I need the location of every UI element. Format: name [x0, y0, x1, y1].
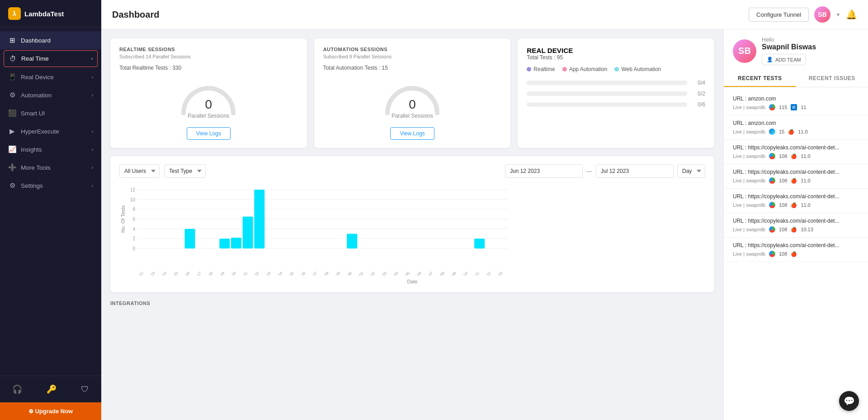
test-url: URL : https://copyleaks.com/ai-content-d… [733, 193, 859, 200]
integrations-title: INTEGRATIONS [110, 301, 714, 306]
hello-text: Hello [762, 37, 859, 43]
automation-icon: ⚙ [8, 91, 16, 99]
os-version: 11.0 [798, 129, 807, 134]
realtime-sessions-card: REALTIME SESSIONS Subscribed 14 Parallel… [110, 38, 307, 148]
legend-app-automation: App Automation [562, 66, 608, 72]
x-tick: Jun 17 [191, 271, 202, 276]
bar [243, 217, 253, 248]
dropdown-arrow[interactable]: ▼ [836, 12, 840, 17]
day-select[interactable]: Day [677, 164, 705, 178]
sidebar-item-dashboard[interactable]: ⊞ Dashboard [0, 31, 101, 49]
x-tick: Jul 07 [423, 271, 434, 276]
sidebar-item-settings[interactable]: ⚙ Settings › [0, 177, 101, 195]
date-from-input[interactable] [505, 164, 583, 178]
test-type: Live | swapnilb [733, 251, 765, 257]
automation-total-label: Total Automation Tests : [323, 65, 381, 71]
test-type: Live | swapnilb [733, 153, 765, 159]
legend-dot-app-automation [562, 67, 567, 72]
realdevice-icon: 📱 [8, 73, 16, 81]
key-icon[interactable]: 🔑 [43, 381, 60, 398]
x-tick: Jun 30 [341, 271, 353, 276]
test-item[interactable]: URL : https://copyleaks.com/ai-content-d… [724, 238, 868, 262]
recent-tests-list: URL : amzon.com Live | swapnilb 115 ⊞ 11… [724, 87, 868, 420]
edge-icon [769, 129, 775, 135]
test-item[interactable]: URL : https://copyleaks.com/ai-content-d… [724, 189, 868, 213]
shield-icon[interactable]: 🛡 [77, 381, 93, 398]
automation-view-logs-button[interactable]: View Logs [390, 127, 434, 140]
test-url: URL : amzon.com [733, 120, 859, 126]
upgrade-button[interactable]: ⊕ Upgrade Now [0, 402, 101, 420]
test-type-select[interactable]: Test Type [164, 164, 206, 178]
main-content: REALTIME SESSIONS Subscribed 14 Parallel… [101, 29, 723, 420]
bar-chart: 024681012No. Of TestsJun 12Jun 13Jun 14J… [119, 185, 705, 277]
chat-button[interactable]: 💬 [839, 391, 859, 411]
y-tick: 8 [132, 207, 135, 212]
content-area: REALTIME SESSIONS Subscribed 14 Parallel… [101, 29, 868, 420]
realtime-view-logs-button[interactable]: View Logs [187, 127, 231, 140]
upgrade-label: ⊕ Upgrade Now [28, 408, 73, 415]
sidebar-item-moretools[interactable]: ➕ More Tools › [0, 158, 101, 177]
os-version: 11.0 [801, 178, 810, 183]
x-tick: Jul 03 [377, 271, 387, 276]
browser-version: 108 [779, 202, 787, 208]
bar [474, 239, 485, 248]
right-panel: SB Hello Swapnil Biswas 👤 ADD TEAM RECEN… [723, 29, 868, 420]
sidebar-item-insights[interactable]: 📈 Insights › [0, 140, 101, 158]
sidebar-label-settings: Settings [21, 182, 43, 189]
arrow-icon: › [91, 56, 93, 61]
x-tick: Jun 20 [226, 271, 237, 276]
all-users-select[interactable]: All Users [119, 164, 160, 178]
tab-recent-tests[interactable]: RECENT TESTS [724, 71, 796, 87]
apple-icon: 🍎 [788, 129, 794, 135]
integrations-section: INTEGRATIONS [110, 301, 714, 306]
arrow-icon: › [92, 147, 93, 152]
sidebar-item-hyperexecute[interactable]: ▶ HyperExecute › [0, 122, 101, 140]
logo-icon: λ [8, 7, 21, 20]
sidebar-item-realdevice[interactable]: 📱 Real Device › [0, 68, 101, 86]
x-tick: Jul 13 [493, 271, 503, 276]
x-tick: Jul 09 [447, 271, 457, 276]
sidebar-item-automation[interactable]: ⚙ Automation › [0, 86, 101, 104]
progress-label-web: 0/6 [692, 101, 705, 108]
x-tick: Jul 11 [470, 271, 480, 276]
sidebar-item-realtime[interactable]: ⏱ Real Time › [4, 50, 98, 67]
page-title: Dashboard [112, 10, 159, 20]
automation-gauge: 0 Parallel Sessions [323, 76, 502, 123]
realtime-parallel-label: Parallel Sessions [188, 113, 229, 119]
test-meta: Live | swapnilb 115 ⊞ 11 [733, 104, 859, 110]
test-item[interactable]: URL : amzon.com Live | swapnilb 15 🍎 11.… [724, 115, 868, 140]
topbar: Dashboard Configure Tunnel SB ▼ 🔔 [101, 0, 868, 29]
tab-recent-issues[interactable]: RECENT ISSUES [796, 71, 868, 87]
y-label: No. Of Tests [120, 205, 126, 233]
test-item[interactable]: URL : https://copyleaks.com/ai-content-d… [724, 140, 868, 164]
configure-tunnel-button[interactable]: Configure Tunnel [749, 8, 809, 22]
x-tick: Jun 23 [260, 271, 272, 276]
sidebar-label-insights: Insights [21, 146, 42, 153]
support-icon[interactable]: 🎧 [9, 381, 26, 398]
x-tick: Jun 16 [179, 271, 190, 276]
automation-parallel-label: Parallel Sessions [392, 113, 433, 119]
notification-bell-icon[interactable]: 🔔 [846, 9, 857, 20]
test-item[interactable]: URL : https://copyleaks.com/ai-content-d… [724, 213, 868, 238]
sidebar-label-smartui: Smart UI [21, 110, 45, 117]
sidebar-item-smartui[interactable]: ⬛ Smart UI [0, 104, 101, 122]
dashboard-icon: ⊞ [8, 36, 16, 44]
user-name: Swapnil Biswas [762, 43, 859, 51]
windows-icon: ⊞ [791, 104, 797, 110]
add-team-button[interactable]: 👤 ADD TEAM [762, 54, 806, 65]
date-to-input[interactable] [596, 164, 674, 178]
test-item[interactable]: URL : amzon.com Live | swapnilb 115 ⊞ 11 [724, 91, 868, 115]
test-url: URL : https://copyleaks.com/ai-content-d… [733, 218, 859, 224]
test-type: Live | swapnilb [733, 178, 765, 183]
sidebar-nav: ⊞ Dashboard ⏱ Real Time › 📱 Real Device … [0, 28, 101, 376]
automation-sessions-card: AUTOMATION SESSIONS Subscribed 8 Paralle… [314, 38, 511, 148]
panel-tabs: RECENT TESTS RECENT ISSUES [724, 71, 868, 87]
test-item[interactable]: URL : https://copyleaks.com/ai-content-d… [724, 164, 868, 189]
x-tick: Jul 12 [481, 271, 492, 276]
browser-version: 108 [779, 153, 787, 159]
settings-icon: ⚙ [8, 181, 16, 190]
arrow-icon: › [92, 129, 93, 134]
avatar[interactable]: SB [814, 6, 830, 23]
test-url: URL : amzon.com [733, 95, 859, 102]
test-meta: Live | swapnilb 108 🍎 11.0 [733, 202, 859, 208]
